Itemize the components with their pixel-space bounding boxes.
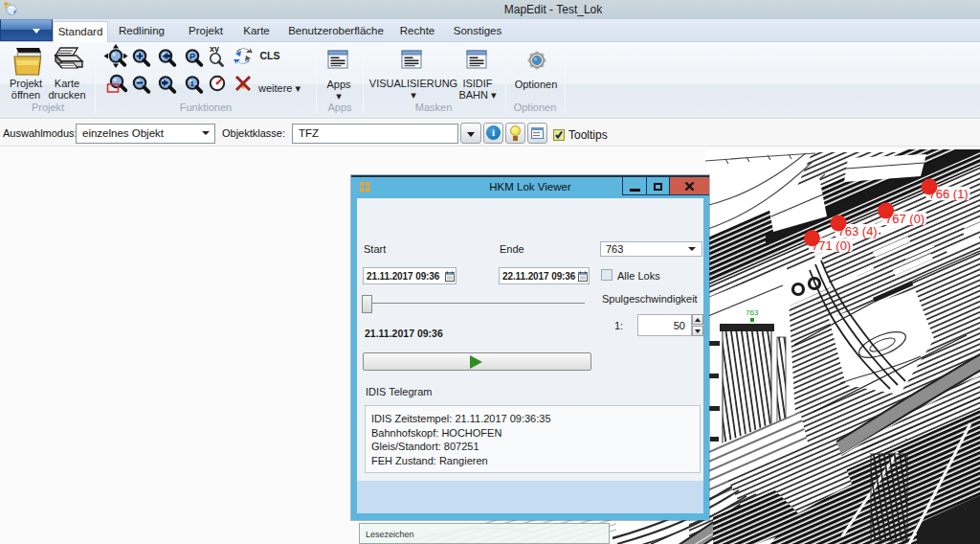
svg-text:767 (0): 767 (0) [885, 212, 924, 226]
svg-text:P: P [189, 52, 195, 61]
svg-text:763 (4): 763 (4) [838, 224, 878, 238]
svg-text:1: 1 [190, 79, 195, 88]
svg-text:763: 763 [746, 308, 759, 317]
svg-text:771 (0): 771 (0) [812, 238, 851, 253]
svg-text:766 (1): 766 (1) [929, 187, 969, 201]
svg-text:xy: xy [210, 44, 219, 54]
